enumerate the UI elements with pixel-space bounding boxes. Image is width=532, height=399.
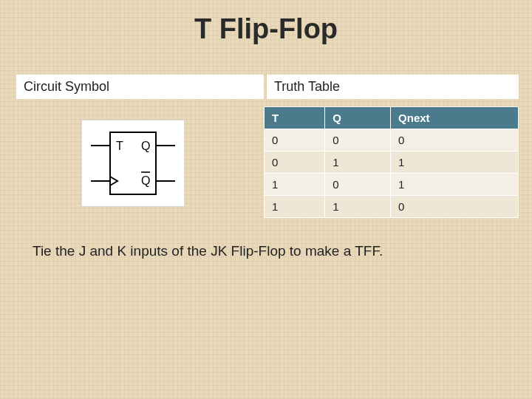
- cell: 0: [325, 174, 391, 196]
- circuit-symbol-area: T Q Q: [0, 99, 264, 207]
- section-labels: Circuit Symbol Truth Table: [0, 75, 532, 99]
- table-row: 0 0 0: [265, 129, 519, 151]
- th-qnext: Qnext: [391, 107, 519, 129]
- cell: 1: [325, 196, 391, 218]
- cell: 0: [391, 196, 519, 218]
- cell: 0: [325, 129, 391, 151]
- th-q: Q: [325, 107, 391, 129]
- truth-table-label: Truth Table: [267, 75, 519, 99]
- input-t-label: T: [116, 140, 123, 152]
- table-row: 1 1 0: [265, 196, 519, 218]
- cell: 0: [391, 129, 519, 151]
- flipflop-symbol: T Q Q: [81, 120, 185, 207]
- flipflop-svg: T Q Q: [88, 128, 178, 199]
- truth-table: T Q Qnext 0 0 0 0 1 1 1 0: [264, 106, 519, 218]
- th-t: T: [265, 107, 325, 129]
- table-row: 0 1 1: [265, 151, 519, 174]
- output-q-label: Q: [141, 140, 150, 152]
- table-header-row: T Q Qnext: [265, 107, 519, 129]
- cell: 1: [391, 174, 519, 196]
- truth-table-area: T Q Qnext 0 0 0 0 1 1 1 0: [264, 99, 519, 218]
- cell: 1: [265, 196, 325, 218]
- output-qbar-label: Q: [141, 174, 150, 187]
- circuit-symbol-label: Circuit Symbol: [16, 75, 264, 99]
- cell: 1: [325, 151, 391, 174]
- cell: 1: [391, 151, 519, 174]
- cell: 0: [265, 151, 325, 174]
- footer-note: Tie the J and K inputs of the JK Flip-Fl…: [33, 243, 532, 259]
- cell: 1: [265, 174, 325, 196]
- cell: 0: [265, 129, 325, 151]
- table-row: 1 0 1: [265, 174, 519, 196]
- slide-title: T Flip-Flop: [0, 0, 532, 45]
